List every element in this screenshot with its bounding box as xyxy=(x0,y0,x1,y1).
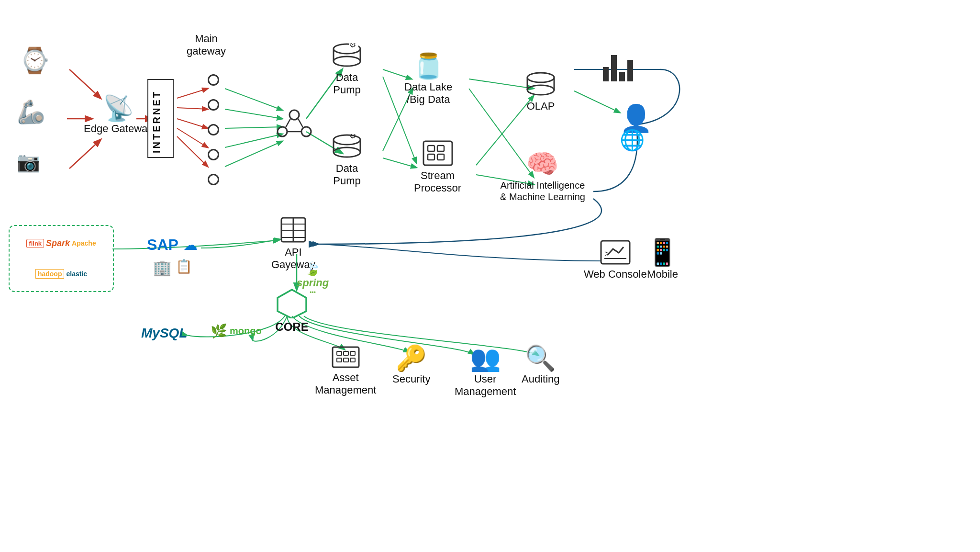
stream-processor-node: StreamProcessor xyxy=(414,139,461,195)
svg-line-11 xyxy=(225,127,282,128)
olap-label: OLAP xyxy=(527,100,555,113)
main-gateway-node: Maingateway xyxy=(187,33,226,58)
mongodb-node: 🌿 mongo xyxy=(211,323,262,339)
gateway-node-5 xyxy=(208,174,219,185)
spring-sub: ••• xyxy=(310,289,316,296)
mongodb-logo: mongo xyxy=(230,326,262,337)
gateway-chain xyxy=(208,74,219,185)
data-pump-2-icon: ⚙ xyxy=(333,134,361,162)
flink-logo: flink xyxy=(26,239,44,248)
stream-processor-label: StreamProcessor xyxy=(414,169,461,195)
smartwatch-icon: ⌚ xyxy=(19,48,50,73)
svg-rect-44 xyxy=(423,141,452,165)
globe-node: 🌐 xyxy=(620,128,645,152)
asset-management-node: AssetManagement xyxy=(315,345,376,397)
tablet-icon: 📋 xyxy=(176,259,192,277)
router-icon: 📡 xyxy=(103,96,134,121)
mongodb-leaf-icon: 🌿 xyxy=(211,323,227,339)
svg-line-20 xyxy=(469,79,534,89)
gateway-node-3 xyxy=(208,124,219,135)
iot-smartwatch: ⌚ xyxy=(19,48,50,75)
svg-rect-48 xyxy=(437,154,444,160)
svg-rect-64 xyxy=(344,358,348,362)
asset-icon xyxy=(330,345,361,372)
internet-box: INTERNET xyxy=(147,79,174,158)
svg-line-0 xyxy=(69,69,100,98)
mysql-logo: MySQL xyxy=(141,326,187,340)
bar-1 xyxy=(603,67,609,81)
svg-text:⚙: ⚙ xyxy=(349,134,356,140)
svg-line-31 xyxy=(298,119,303,127)
svg-rect-61 xyxy=(344,351,348,355)
mysql-node: MySQL xyxy=(141,326,187,341)
svg-line-19 xyxy=(383,158,416,168)
gateway-node-1 xyxy=(208,74,219,86)
svg-line-5 xyxy=(177,108,208,109)
asset-management-label: AssetManagement xyxy=(315,372,376,397)
data-pump-2-label: DataPump xyxy=(333,162,360,188)
iot-camera: 📷 xyxy=(17,152,41,173)
edge-gateway-node: 📡 Edge Gateway xyxy=(84,96,153,135)
data-lake-node: 🫙 Data Lake/Big Data xyxy=(404,52,452,106)
user-management-icon: 👥 xyxy=(470,344,501,373)
sap-logos: SAP ☁ xyxy=(147,236,198,254)
svg-point-36 xyxy=(334,56,360,66)
svg-point-29 xyxy=(301,127,311,136)
svg-rect-45 xyxy=(428,146,434,151)
svg-line-7 xyxy=(177,128,208,147)
ai-icon: 🧠 xyxy=(526,148,559,180)
svg-point-49 xyxy=(527,73,554,82)
core-icon xyxy=(275,287,309,320)
user-management-node: 👥 UserManagement xyxy=(455,344,516,398)
gateway-node-2 xyxy=(208,99,219,111)
tech-logos-group: flink Spark Apache hadoop elastic xyxy=(9,225,114,292)
data-pump-2-node: ⚙ DataPump xyxy=(333,134,361,188)
svg-point-42 xyxy=(334,147,360,157)
svg-line-10 xyxy=(225,109,282,119)
security-label: Security xyxy=(392,373,430,385)
svg-rect-63 xyxy=(337,358,342,362)
data-lake-icon: 🫙 xyxy=(413,52,444,81)
web-console-node: >_ Web Console xyxy=(584,238,647,281)
svg-line-2 xyxy=(69,140,100,169)
svg-rect-60 xyxy=(337,351,342,355)
auditing-icon: 🔍 xyxy=(525,344,556,373)
svg-line-30 xyxy=(286,119,290,127)
svg-text:⚙: ⚙ xyxy=(349,43,356,49)
gateway-node-4 xyxy=(208,149,219,160)
ai-ml-label: Artificial Intelligence& Machine Learnin… xyxy=(500,180,585,203)
svg-rect-65 xyxy=(350,358,355,362)
svg-rect-47 xyxy=(428,154,434,160)
security-icon: 🔑 xyxy=(396,344,427,373)
bar-chart-node xyxy=(603,50,633,81)
svg-point-28 xyxy=(278,127,287,136)
user-management-label: UserManagement xyxy=(455,373,516,398)
sap-group: SAP ☁ 🏢 📋 xyxy=(124,223,220,290)
data-lake-label: Data Lake/Big Data xyxy=(404,81,452,106)
mobile-label: Mobile xyxy=(647,268,678,281)
stream-processor-icon xyxy=(421,139,455,169)
svg-point-27 xyxy=(290,110,299,120)
olap-icon xyxy=(526,72,555,100)
svg-line-8 xyxy=(177,136,208,167)
hub-node xyxy=(275,101,313,150)
bar-2 xyxy=(611,55,617,81)
sap-bottom-logos: 🏢 📋 xyxy=(153,259,192,277)
elastic-logo: elastic xyxy=(66,270,87,278)
svg-line-9 xyxy=(225,89,282,110)
data-pump-1-label: DataPump xyxy=(333,71,360,97)
svg-line-6 xyxy=(177,119,208,128)
svg-line-4 xyxy=(177,89,208,98)
svg-rect-59 xyxy=(333,347,359,367)
hadoop-logo: hadoop xyxy=(35,269,65,279)
svg-rect-46 xyxy=(437,146,444,151)
mobile-node: 📱 Mobile xyxy=(646,237,679,281)
olap-node: OLAP xyxy=(526,72,555,113)
main-gateway-label: Maingateway xyxy=(187,33,226,58)
ai-ml-node: 🧠 Artificial Intelligence& Machine Learn… xyxy=(500,148,585,203)
azure-cloud-icon: ☁ xyxy=(183,237,198,253)
svg-text:>_: >_ xyxy=(604,249,615,259)
api-gateway-icon xyxy=(277,215,310,246)
building-icon: 🏢 xyxy=(153,259,172,277)
web-console-icon: >_ xyxy=(599,238,632,268)
